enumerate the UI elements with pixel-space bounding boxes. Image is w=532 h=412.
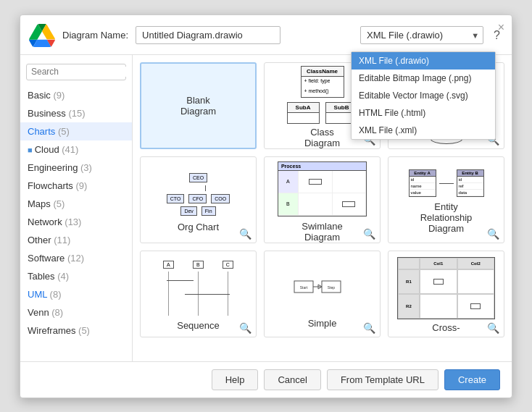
sidebar-item-network[interactable]: Network (13) [20,213,132,231]
zoom-icon: 🔍 [487,322,499,334]
sidebar-item-count: (15) [68,108,85,119]
dropdown-item-drawio[interactable]: XML File (.drawio) [352,52,495,70]
zoom-icon: 🔍 [363,322,375,334]
sidebar-item-label: Venn [28,307,51,318]
sidebar-item-count: (41) [62,144,78,155]
format-dropdown-menu: XML File (.drawio) Editable Bitmap Image… [351,51,496,140]
sidebar-item-software[interactable]: Software (12) [20,249,132,267]
zoom-icon: 🔍 [487,228,499,240]
dialog-header: Diagram Name: XML File (.drawio) Editabl… [20,15,512,55]
template-blank[interactable]: BlankDiagram [140,62,257,149]
zoom-icon: 🔍 [363,228,375,240]
template-preview: Process A B [273,157,371,221]
sidebar-item-tables[interactable]: Tables (4) [20,267,132,285]
sidebar-item-count: (13) [65,216,81,227]
template-simple[interactable]: Start Step 🔍 Simple [264,251,381,337]
template-preview: CEO CTO CFO COO Dev Fin [161,167,236,222]
sidebar-item-wireframes[interactable]: Wireframes (5) [20,321,132,340]
zoom-icon: 🔍 [239,322,252,334]
template-er[interactable]: Entity A id name value Entity B id ref d… [388,156,504,243]
sidebar-item-label: Other [28,235,54,245]
diagram-name-input[interactable] [136,26,280,44]
dropdown-item-svg[interactable]: Editable Vector Image (.svg) [352,87,495,104]
format-dropdown-wrapper: XML File (.drawio) Editable Bitmap Image… [360,26,483,44]
sidebar-item-cloud[interactable]: ■Cloud (41) [20,140,132,159]
sidebar-item-label: Basic [28,90,53,101]
sidebar-item-uml[interactable]: UML (8) [20,285,132,303]
template-label: Org Chart [178,222,219,232]
dialog-footer: Help Cancel From Template URL Create [20,361,512,398]
sidebar-item-count: (3) [80,162,92,173]
sidebar-item-count: (5) [58,126,70,137]
sidebar-item-label: Software [28,253,67,264]
sidebar-item-count: (8) [50,289,62,300]
cloud-icon: ■ [28,146,33,154]
logo-icon [29,24,55,47]
create-button[interactable]: Create [444,369,500,390]
template-label: Cross- [432,322,460,333]
sidebar-item-flowcharts[interactable]: Flowcharts (9) [20,177,132,195]
sidebar-item-label: Charts [28,126,58,137]
format-select[interactable]: XML File (.drawio) Editable Bitmap Image… [360,26,483,44]
template-label: BlankDiagram [180,95,216,117]
sidebar-item-count: (9) [75,180,87,191]
template-label: ClassDiagram [304,127,340,148]
diagram-name-label: Diagram Name: [62,30,128,41]
sidebar-item-label: Wireframes [28,325,78,336]
sidebar-item-business[interactable]: Business (15) [20,104,132,122]
sidebar-item-label: UML [28,289,50,300]
sidebar-item-label: Engineering [28,162,80,173]
template-label: Sequence [177,320,220,331]
sidebar-item-label: Maps [28,198,53,209]
sidebar-item-label: Flowcharts [28,180,75,191]
sidebar-item-count: (9) [53,90,65,101]
close-icon[interactable]: × [498,21,504,34]
cancel-button[interactable]: Cancel [264,369,320,390]
sidebar-item-count: (11) [54,235,70,245]
dialog: × Diagram Name: XML File (.drawio) Edita… [20,14,512,398]
template-preview: A B C [149,256,247,321]
sidebar-item-label: Business [28,108,68,119]
template-label: EntityRelationshipDiagram [420,201,473,234]
template-sequence[interactable]: A B C 🔍 Sequence [140,251,257,337]
sidebar-item-count: (8) [51,307,63,318]
sidebar-item-count: (5) [53,198,65,209]
template-org[interactable]: CEO CTO CFO COO Dev Fin 🔍 Org Chart [140,156,257,243]
dropdown-item-png[interactable]: Editable Bitmap Image (.png) [352,70,495,87]
sidebar-item-other[interactable]: Other (11) [20,231,132,249]
template-preview: Entity A id name value Entity B id ref d… [404,165,489,201]
svg-text:Step: Step [328,285,336,290]
sidebar-item-basic[interactable]: Basic (9) [20,86,132,104]
sidebar-item-maps[interactable]: Maps (5) [20,195,132,213]
sidebar-item-label: Cloud [35,144,62,155]
template-label: SwimlaneDiagram [302,221,342,243]
sidebar-item-venn[interactable]: Venn (8) [20,303,132,321]
template-url-button[interactable]: From Template URL [327,369,439,390]
sidebar-item-charts[interactable]: Charts (5) [20,122,132,140]
sidebar-item-count: (12) [67,253,84,264]
sidebar-item-count: (4) [57,271,69,282]
template-swimlane[interactable]: Process A B 🔍 SwimlaneD [264,156,381,243]
dropdown-item-xml[interactable]: XML File (.xml) [352,122,495,139]
template-preview: Col1 Col2 R1 R2 [394,254,498,322]
template-preview: Start Step [273,258,371,319]
sidebar-item-engineering[interactable]: Engineering (3) [20,159,132,177]
sidebar: 🔍 Basic (9) Business (15) Charts (5) ■Cl… [20,55,133,361]
search-box: 🔍 [26,64,126,80]
template-cross[interactable]: Col1 Col2 R1 R2 🔍 Cross- [388,251,504,337]
dropdown-item-html[interactable]: HTML File (.html) [352,104,495,122]
zoom-icon: 🔍 [239,228,252,240]
help-button[interactable]: Help [212,369,259,390]
sidebar-item-count: (5) [78,325,90,336]
sidebar-item-label: Tables [28,271,57,282]
svg-text:Start: Start [300,285,308,290]
search-input[interactable] [31,67,133,77]
template-label: Simple [308,318,337,329]
sidebar-item-label: Network [28,216,65,227]
